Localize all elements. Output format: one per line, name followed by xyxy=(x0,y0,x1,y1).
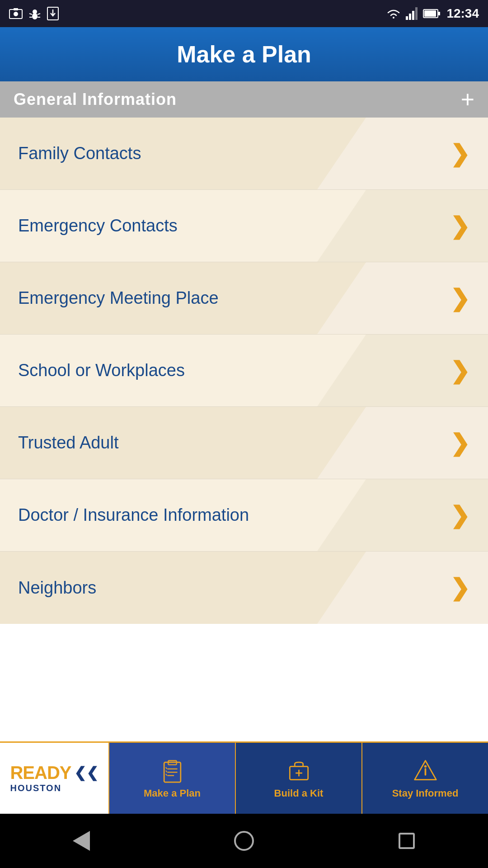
emergency-contacts-arrow: ❯ xyxy=(450,214,470,238)
svg-line-24 xyxy=(165,767,167,769)
trusted-adult-item[interactable]: Trusted Adult ❯ xyxy=(0,407,488,479)
family-contacts-item[interactable]: Family Contacts ❯ xyxy=(0,118,488,190)
svg-line-25 xyxy=(165,770,167,772)
signal-icon xyxy=(406,7,418,20)
home-button[interactable] xyxy=(230,827,258,854)
nav-make-a-plan[interactable]: Make a Plan xyxy=(108,743,235,814)
kit-icon xyxy=(285,757,312,784)
recent-button[interactable] xyxy=(393,827,420,854)
neighbors-item[interactable]: Neighbors ❯ xyxy=(0,552,488,624)
family-contacts-label: Family Contacts xyxy=(18,144,141,163)
doctor-insurance-arrow: ❯ xyxy=(450,504,470,527)
svg-line-6 xyxy=(38,14,40,14)
svg-rect-17 xyxy=(438,12,440,15)
trusted-adult-label: Trusted Adult xyxy=(18,433,119,453)
svg-rect-11 xyxy=(406,16,408,20)
nav-stay-informed[interactable]: Stay Informed xyxy=(361,743,488,814)
svg-rect-16 xyxy=(424,10,436,17)
page-title: Make a Plan xyxy=(177,41,311,68)
logo-ready-text: READY xyxy=(10,764,71,782)
back-button[interactable] xyxy=(68,827,95,854)
android-nav-bar xyxy=(0,814,488,868)
status-bar-right: 12:34 xyxy=(386,6,479,21)
download-icon xyxy=(47,7,59,20)
emergency-meeting-item[interactable]: Emergency Meeting Place ❯ xyxy=(0,262,488,335)
emergency-meeting-label: Emergency Meeting Place xyxy=(18,288,219,308)
logo-houston-text: HOUSTON xyxy=(10,783,61,793)
wifi-icon xyxy=(386,8,401,19)
status-bar-left xyxy=(9,7,59,20)
info-icon xyxy=(412,757,439,784)
nav-build-a-kit-label: Build a Kit xyxy=(274,788,324,799)
recent-icon xyxy=(399,833,415,849)
svg-rect-13 xyxy=(412,11,414,20)
svg-line-5 xyxy=(29,14,32,14)
ready-houston-logo: READY ❮❮ HOUSTON xyxy=(0,743,108,814)
clock: 12:34 xyxy=(446,6,479,21)
menu-list: Family Contacts ❯ Emergency Contacts ❯ E… xyxy=(0,118,488,624)
doctor-insurance-item[interactable]: Doctor / Insurance Information ❯ xyxy=(0,479,488,552)
nav-build-a-kit[interactable]: Build a Kit xyxy=(235,743,361,814)
svg-rect-2 xyxy=(14,8,18,10)
section-header-label: General Information xyxy=(14,90,177,109)
photo-icon xyxy=(9,8,23,19)
svg-line-26 xyxy=(165,774,167,776)
status-bar: 12:34 xyxy=(0,0,488,27)
school-workplaces-arrow: ❯ xyxy=(450,359,470,382)
add-button[interactable]: + xyxy=(461,88,474,111)
nav-stay-informed-label: Stay Informed xyxy=(392,788,459,799)
family-contacts-arrow: ❯ xyxy=(450,142,470,165)
emergency-contacts-label: Emergency Contacts xyxy=(18,216,178,236)
school-workplaces-item[interactable]: School or Workplaces ❯ xyxy=(0,335,488,407)
trusted-adult-arrow: ❯ xyxy=(450,431,470,455)
neighbors-arrow: ❯ xyxy=(450,576,470,599)
app-header: Make a Plan xyxy=(0,27,488,81)
svg-point-4 xyxy=(32,13,38,19)
doctor-insurance-label: Doctor / Insurance Information xyxy=(18,505,249,525)
svg-rect-12 xyxy=(409,14,411,20)
neighbors-label: Neighbors xyxy=(18,578,96,598)
bottom-nav: READY ❮❮ HOUSTON Make a Plan xyxy=(0,741,488,814)
svg-rect-14 xyxy=(415,7,418,20)
svg-point-32 xyxy=(424,765,427,768)
bug-icon xyxy=(29,7,41,20)
svg-point-1 xyxy=(14,12,18,16)
home-icon xyxy=(234,831,254,851)
emergency-contacts-item[interactable]: Emergency Contacts ❯ xyxy=(0,190,488,262)
nav-make-a-plan-label: Make a Plan xyxy=(144,788,201,799)
emergency-meeting-arrow: ❯ xyxy=(450,287,470,310)
school-workplaces-label: School or Workplaces xyxy=(18,361,185,380)
battery-icon xyxy=(423,9,440,19)
section-header[interactable]: General Information + xyxy=(0,81,488,118)
clipboard-icon xyxy=(159,757,186,784)
back-icon xyxy=(73,831,90,851)
